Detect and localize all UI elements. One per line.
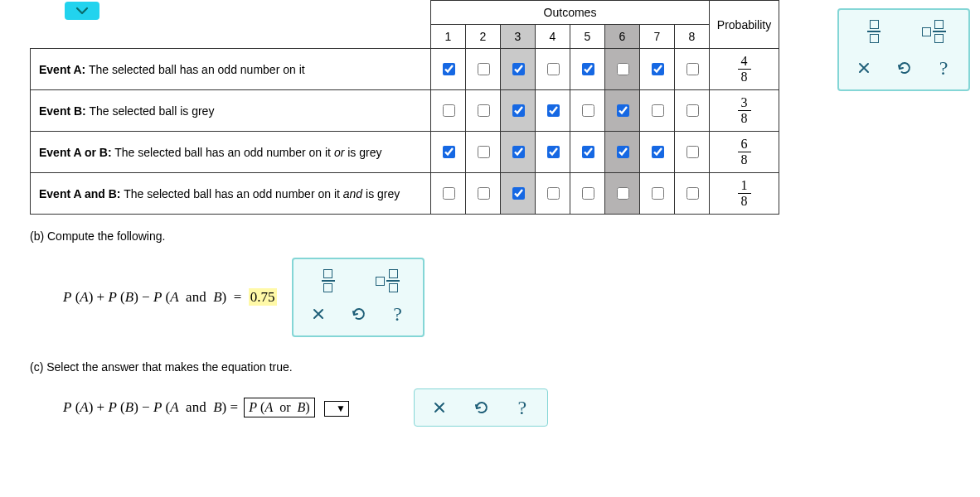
event-a-and-b-checkbox-1[interactable] <box>443 187 455 200</box>
fraction-denominator: 8 <box>738 194 751 209</box>
event-b-checkbox-1[interactable] <box>443 104 455 117</box>
fraction-icon <box>867 20 881 43</box>
event-a-probability: 48 <box>710 49 779 90</box>
event-a-checkbox-4[interactable] <box>547 63 560 75</box>
event-a-and-b-outcome-8 <box>675 173 710 215</box>
event-a-or-b-outcome-3 <box>501 132 536 173</box>
undo-icon <box>473 401 488 414</box>
event-a-or-b-checkbox-4[interactable] <box>547 146 560 158</box>
event-a-or-b-checkbox-1[interactable] <box>443 146 455 158</box>
part-b-equation: P (A) + P (B) − P (A and B) = 0.75 <box>63 289 277 306</box>
x-icon <box>312 307 325 321</box>
event-a-and-b-checkbox-3[interactable] <box>512 187 525 200</box>
fraction-tool-button-b[interactable] <box>317 269 340 292</box>
help-button-c[interactable]: ? <box>511 396 534 419</box>
event-a-or-b-checkbox-7[interactable] <box>652 146 664 158</box>
event-a-or-b-label: Event A or B: The selected ball has an o… <box>31 132 431 173</box>
event-b-checkbox-2[interactable] <box>478 104 490 117</box>
toolbox-row-actions: ? <box>846 51 962 84</box>
event-a-and-b-checkbox-6[interactable] <box>617 187 629 200</box>
event-b-checkbox-6[interactable] <box>617 104 629 117</box>
fraction-numerator: 4 <box>738 54 751 70</box>
event-b-checkbox-4[interactable] <box>547 104 560 117</box>
event-b-outcome-6 <box>605 90 640 132</box>
event-a-and-b-checkbox-2[interactable] <box>478 187 490 200</box>
event-a-checkbox-6[interactable] <box>617 63 629 75</box>
event-a-or-b-outcome-1 <box>431 132 466 173</box>
toolbox-part-c: ? <box>414 388 548 427</box>
event-b-probability: 38 <box>710 90 779 132</box>
event-a-or-b-probability: 68 <box>710 132 779 173</box>
part-b-prompt: (b) Compute the following. <box>30 229 980 243</box>
chevron-down-icon <box>75 7 89 15</box>
event-a-checkbox-2[interactable] <box>478 63 490 75</box>
dropdown-icon: ▼ <box>336 403 346 415</box>
help-button-b[interactable]: ? <box>386 302 410 326</box>
event-a-outcome-5 <box>570 49 605 90</box>
event-b-outcome-5 <box>570 90 605 132</box>
event-a-and-b-outcome-6 <box>605 173 640 215</box>
question-icon: ? <box>939 57 948 80</box>
fraction-icon <box>322 269 335 292</box>
mixed-number-tool-button-b[interactable] <box>376 269 400 292</box>
fraction-numerator: 3 <box>738 95 751 111</box>
event-b-checkbox-7[interactable] <box>652 104 664 117</box>
mixed-number-icon <box>376 269 400 292</box>
fraction-denominator: 8 <box>738 70 751 84</box>
event-b-outcome-4 <box>536 90 570 132</box>
fraction-tool-button[interactable] <box>862 20 885 43</box>
fraction-numerator: 1 <box>738 178 751 194</box>
event-a-and-b-checkbox-7[interactable] <box>652 187 664 200</box>
undo-button[interactable] <box>892 56 915 80</box>
event-a-and-b-outcome-2 <box>466 173 501 215</box>
event-a-checkbox-3[interactable] <box>512 63 525 75</box>
collapse-toggle[interactable] <box>65 2 99 20</box>
event-a-checkbox-8[interactable] <box>686 63 699 75</box>
col-2: 2 <box>466 25 501 49</box>
event-a-and-b-outcome-5 <box>570 173 605 215</box>
clear-button-c[interactable] <box>428 396 451 419</box>
event-a-and-b-checkbox-4[interactable] <box>547 187 560 200</box>
question-icon: ? <box>393 303 402 326</box>
event-a-or-b-outcome-8 <box>675 132 710 173</box>
mixed-number-tool-button[interactable] <box>922 20 945 43</box>
undo-button-c[interactable] <box>469 396 492 419</box>
event-a-or-b-checkbox-6[interactable] <box>617 146 629 158</box>
event-a-and-b-probability: 18 <box>710 173 779 215</box>
event-a-or-b-checkbox-8[interactable] <box>686 146 699 158</box>
table-row: Event A and B: The selected ball has an … <box>31 173 779 215</box>
event-a-checkbox-7[interactable] <box>652 63 664 75</box>
event-b-outcome-1 <box>431 90 466 132</box>
clear-button[interactable] <box>852 56 876 80</box>
outcomes-header: Outcomes <box>431 1 710 25</box>
help-button[interactable]: ? <box>932 56 955 80</box>
event-a-and-b-checkbox-8[interactable] <box>686 187 699 200</box>
table-row: Event A: The selected ball has an odd nu… <box>31 49 779 90</box>
event-a-or-b-checkbox-2[interactable] <box>478 146 490 158</box>
event-a-and-b-outcome-3 <box>501 173 536 215</box>
event-b-outcome-7 <box>640 90 675 132</box>
event-b-label: Event B: The selected ball is grey <box>31 90 431 132</box>
event-a-or-b-checkbox-5[interactable] <box>582 146 594 158</box>
toolbox-main: ? <box>837 8 970 91</box>
part-b-answer[interactable]: 0.75 <box>249 288 277 306</box>
event-a-and-b-checkbox-5[interactable] <box>582 187 594 200</box>
part-c-select[interactable]: ▼ <box>324 401 349 417</box>
col-3: 3 <box>501 25 536 49</box>
event-b-checkbox-5[interactable] <box>582 104 594 117</box>
event-a-checkbox-1[interactable] <box>443 63 455 75</box>
event-a-checkbox-5[interactable] <box>582 63 594 75</box>
event-b-checkbox-8[interactable] <box>686 104 699 117</box>
event-a-or-b-checkbox-3[interactable] <box>512 146 525 158</box>
toolbox-row-frac <box>846 15 962 48</box>
event-b-checkbox-3[interactable] <box>512 104 525 117</box>
event-a-or-b-outcome-6 <box>605 132 640 173</box>
table-row: Event B: The selected ball is grey38 <box>31 90 779 132</box>
event-a-label: Event A: The selected ball has an odd nu… <box>31 49 431 90</box>
undo-button-b[interactable] <box>347 302 370 326</box>
part-c-answer-box: P (A or B) <box>244 398 314 417</box>
fraction-numerator: 6 <box>738 137 751 152</box>
event-a-or-b-outcome-5 <box>570 132 605 173</box>
toolbox-part-b: ? <box>292 258 425 337</box>
clear-button-b[interactable] <box>307 302 330 326</box>
